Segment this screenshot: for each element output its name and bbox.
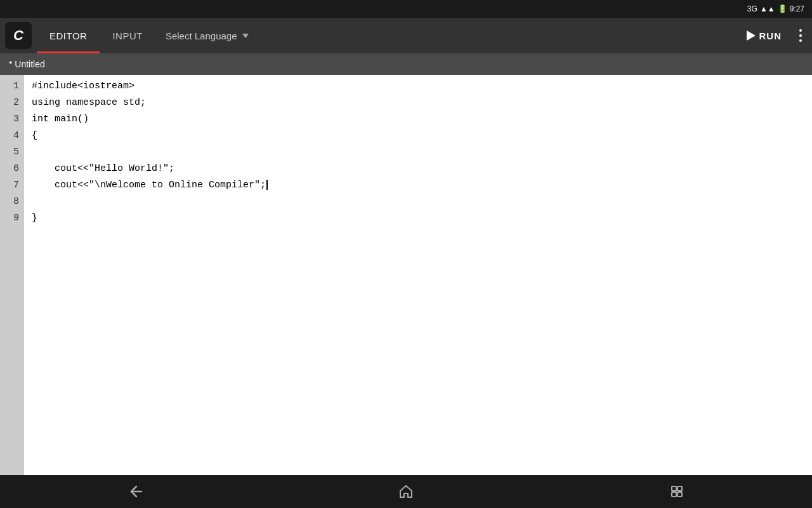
code-content[interactable]: #include<iostream>using namespace std;in… [24,75,812,475]
status-bar: 3G ▲▲ 🔋 9:27 [0,0,812,18]
back-icon [128,485,143,498]
select-language-dropdown[interactable]: Select Language [155,18,259,53]
tab-input-label: INPUT [112,30,143,41]
app-logo: C [5,22,32,49]
more-options-button[interactable] [794,25,807,46]
line-number-8: 8 [13,194,19,211]
app-bar-actions: RUN [739,25,808,46]
tab-editor[interactable]: EDITOR [37,18,100,53]
recents-icon [670,485,684,498]
status-icons: 3G ▲▲ 🔋 9:27 [747,4,804,13]
battery-icon: 🔋 [778,4,787,13]
tabs-container: EDITOR INPUT Select Language [37,18,739,53]
code-line-2: using namespace std; [32,95,812,112]
more-dot-1 [799,29,802,32]
line-number-5: 5 [13,145,19,161]
svg-rect-4 [678,492,682,497]
line-number-4: 4 [13,128,19,145]
home-button[interactable] [387,479,425,504]
line-number-7: 7 [13,178,19,194]
logo-letter: C [13,27,23,44]
tab-editor-label: EDITOR [49,30,87,41]
dropdown-arrow-icon [242,34,249,38]
network-indicator: 3G [747,4,757,13]
editor-area[interactable]: 123456789 #include<iostream>using namesp… [0,75,812,475]
line-numbers-gutter: 123456789 [0,75,24,475]
svg-rect-2 [678,486,682,491]
more-dot-3 [799,39,802,42]
line-number-3: 3 [13,112,19,128]
code-line-5 [32,145,812,161]
code-line-7: cout<<"\nWelcome to Online Compiler"; [32,178,812,194]
time-display: 9:27 [790,4,804,13]
line-number-6: 6 [13,161,19,178]
code-line-9: } [32,211,812,227]
run-button-label: RUN [759,30,782,41]
app-bar: C EDITOR INPUT Select Language RUN [0,18,812,53]
text-cursor [266,180,268,190]
more-dot-2 [799,34,802,37]
back-button[interactable] [116,479,154,504]
tab-input[interactable]: INPUT [100,18,155,53]
line-number-1: 1 [13,79,19,95]
select-language-label: Select Language [166,30,237,41]
signal-strength: ▲▲ [760,4,775,13]
file-title-bar: * Untitled [0,53,812,75]
home-icon [398,484,414,499]
line-number-2: 2 [13,95,19,112]
file-title: * Untitled [9,59,45,69]
code-line-1: #include<iostream> [32,79,812,95]
run-button[interactable]: RUN [739,27,790,45]
code-line-4: { [32,128,812,145]
line-number-9: 9 [13,211,19,227]
svg-rect-1 [672,486,676,491]
bottom-navigation [0,475,812,508]
code-line-3: int main() [32,112,812,128]
run-play-icon [747,30,756,41]
code-line-8 [32,194,812,211]
svg-rect-3 [672,492,676,497]
code-line-6: cout<<"Hello World!"; [32,161,812,178]
recents-button[interactable] [658,479,696,504]
